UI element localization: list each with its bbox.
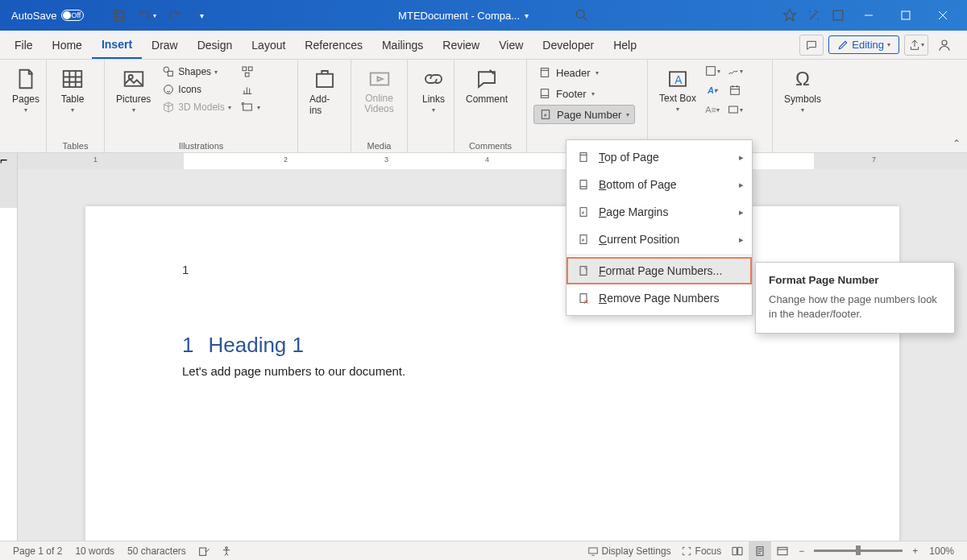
- collapse-ribbon-icon[interactable]: ⌃: [952, 138, 961, 149]
- maximize-button[interactable]: [888, 0, 923, 31]
- svg-rect-17: [541, 89, 548, 98]
- svg-text:#: #: [582, 238, 584, 243]
- page[interactable]: 1 1Heading 1 Let's add page numbers to o…: [85, 206, 899, 542]
- pictures-button[interactable]: Pictures▾: [111, 63, 156, 117]
- 3d-models-button[interactable]: 3D Models▾: [159, 98, 234, 116]
- object-button[interactable]: ▾: [727, 102, 743, 118]
- share-button[interactable]: ▾: [904, 35, 928, 56]
- autosave-toggle[interactable]: AutoSave Off: [6, 10, 103, 22]
- svg-rect-33: [199, 548, 205, 555]
- title-dropdown-icon[interactable]: ▾: [525, 11, 529, 20]
- group-label: [6, 149, 39, 151]
- svg-rect-15: [370, 73, 388, 85]
- document-area[interactable]: 1 1Heading 1 Let's add page numbers to o…: [18, 169, 967, 542]
- svg-rect-37: [778, 547, 787, 554]
- web-layout-button[interactable]: [771, 541, 794, 561]
- svg-rect-16: [541, 68, 548, 77]
- icons-button[interactable]: Icons: [159, 81, 234, 98]
- tab-draw[interactable]: Draw: [142, 32, 188, 58]
- page-number-button[interactable]: #Page Number▾: [533, 105, 635, 124]
- menu-bottom-of-page[interactable]: Bottom of Page▸: [567, 171, 752, 198]
- tab-references[interactable]: References: [295, 32, 372, 58]
- menu-page-margins[interactable]: #Page Margins▸: [567, 198, 752, 226]
- svg-text:#: #: [582, 210, 584, 215]
- accessibility-button[interactable]: [215, 541, 238, 561]
- shapes-button[interactable]: Shapes▾: [159, 63, 234, 81]
- tab-mailings[interactable]: Mailings: [372, 32, 433, 58]
- horizontal-ruler[interactable]: ⌐ 1 2 3 4 7: [0, 153, 967, 169]
- display-settings-button[interactable]: Display Settings: [583, 541, 676, 561]
- vertical-ruler[interactable]: [0, 169, 18, 542]
- minimize-button[interactable]: [851, 0, 886, 31]
- status-words[interactable]: 10 words: [68, 545, 121, 557]
- tab-developer[interactable]: Developer: [533, 32, 604, 58]
- tab-file[interactable]: File: [5, 32, 43, 58]
- format-icon: [576, 263, 591, 278]
- zoom-in-button[interactable]: +: [907, 541, 923, 561]
- addins-button[interactable]: Add-ins: [305, 63, 344, 119]
- print-layout-button[interactable]: [749, 541, 771, 561]
- menu-top-of-page[interactable]: Top of Page▸: [567, 143, 752, 171]
- editing-mode-button[interactable]: Editing ▾: [828, 35, 899, 54]
- tab-help[interactable]: Help: [604, 32, 646, 58]
- zoom-level[interactable]: 100%: [923, 545, 961, 557]
- zoom-out-button[interactable]: −: [794, 541, 809, 561]
- screenshot-button[interactable]: ▾: [238, 98, 264, 116]
- symbols-button[interactable]: Ω Symbols▾: [779, 63, 826, 117]
- tab-review[interactable]: Review: [433, 32, 489, 58]
- autosave-label: AutoSave: [11, 10, 56, 22]
- links-button[interactable]: Links▾: [414, 63, 453, 117]
- svg-rect-11: [248, 67, 252, 71]
- spellcheck-button[interactable]: [193, 541, 215, 561]
- table-button[interactable]: Table▾: [53, 63, 92, 117]
- svg-text:#: #: [544, 113, 547, 118]
- tab-design[interactable]: Design: [188, 32, 243, 58]
- datetime-button[interactable]: [727, 82, 743, 98]
- pages-button[interactable]: Pages▾: [6, 63, 45, 117]
- profile-icon[interactable]: [933, 38, 956, 52]
- comments-button[interactable]: [799, 35, 824, 56]
- menu-format-page-numbers[interactable]: Format Page Numbers...: [567, 257, 752, 284]
- chart-button[interactable]: [238, 81, 264, 98]
- signature-button[interactable]: ▾: [727, 63, 743, 79]
- smartart-button[interactable]: [238, 63, 264, 81]
- omega-icon: Ω: [790, 66, 816, 92]
- premium-icon[interactable]: [778, 4, 801, 27]
- quick-parts-button[interactable]: ▾: [704, 63, 720, 79]
- drop-cap-button[interactable]: A≡▾: [704, 102, 720, 118]
- wordart-button[interactable]: A▾: [704, 82, 720, 98]
- svg-rect-26: [580, 180, 587, 189]
- comment-button[interactable]: Comment: [461, 63, 513, 108]
- svg-point-0: [576, 10, 584, 18]
- close-button[interactable]: [925, 0, 961, 31]
- online-videos-button[interactable]: Online Videos: [358, 63, 400, 118]
- footer-button[interactable]: Footer▾: [533, 84, 635, 103]
- comment-icon: [474, 66, 500, 92]
- wand-icon[interactable]: [803, 4, 825, 27]
- account-icon[interactable]: [827, 4, 849, 27]
- status-characters[interactable]: 50 characters: [121, 545, 193, 557]
- svg-rect-1: [833, 10, 843, 20]
- menu-remove-page-numbers[interactable]: Remove Page Numbers: [567, 284, 752, 312]
- tab-insert[interactable]: Insert: [92, 31, 142, 59]
- svg-rect-14: [317, 74, 333, 87]
- read-mode-button[interactable]: [726, 541, 749, 561]
- menu-current-position[interactable]: #Current Position▸: [567, 226, 752, 253]
- chevron-right-icon: ▸: [739, 207, 744, 218]
- tab-home[interactable]: Home: [43, 32, 92, 58]
- save-button[interactable]: [108, 4, 131, 27]
- search-button[interactable]: [571, 4, 593, 27]
- focus-button[interactable]: Focus: [676, 541, 727, 561]
- svg-rect-4: [64, 71, 82, 87]
- status-page[interactable]: Page 1 of 2: [6, 545, 68, 557]
- header-button[interactable]: Header▾: [533, 63, 635, 82]
- tab-view[interactable]: View: [489, 32, 533, 58]
- redo-button[interactable]: [163, 4, 185, 27]
- zoom-slider[interactable]: [814, 550, 903, 552]
- undo-button[interactable]: ▾: [135, 4, 158, 27]
- svg-rect-31: [580, 267, 587, 276]
- tab-layout[interactable]: Layout: [242, 32, 295, 58]
- autosave-state: Off: [71, 11, 81, 19]
- qat-dropdown[interactable]: ▾: [190, 4, 213, 27]
- text-box-button[interactable]: A Text Box▾: [654, 63, 701, 116]
